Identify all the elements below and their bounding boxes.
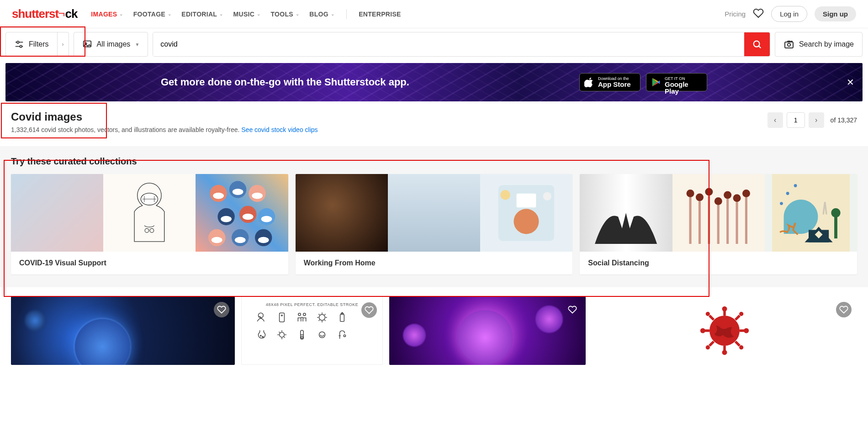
- logo-part2: ck: [65, 7, 77, 21]
- svg-rect-40: [698, 201, 700, 244]
- collection-card-social-distancing[interactable]: Social Distancing: [580, 174, 857, 274]
- svg-line-73: [318, 320, 319, 321]
- svg-point-63: [298, 313, 301, 316]
- svg-line-72: [324, 320, 325, 321]
- svg-point-99: [722, 306, 727, 311]
- icon-grid: [256, 311, 368, 341]
- nav-label: EDITORIAL: [181, 11, 217, 18]
- svg-point-57: [794, 184, 797, 187]
- result-thumbnail[interactable]: [389, 296, 586, 365]
- nav-enterprise[interactable]: ENTERPRISE: [359, 11, 401, 18]
- svg-line-98: [736, 316, 740, 320]
- favorite-button[interactable]: [836, 302, 852, 317]
- svg-point-27: [221, 216, 232, 222]
- results-grid: 48x48 PIXEL PERFECT. EDITABLE STROKE: [0, 287, 868, 374]
- nav-editorial[interactable]: EDITORIAL⌄: [181, 11, 223, 18]
- svg-point-49: [733, 194, 741, 202]
- svg-point-58: [780, 202, 783, 205]
- app-promo-banner: Get more done on-the-go with the Shutter…: [5, 63, 863, 101]
- result-thumbnail[interactable]: 48x48 PIXEL PERFECT. EDITABLE STROKE: [241, 296, 383, 365]
- banner-headline: Get more done on-the-go with the Shutter…: [161, 76, 579, 89]
- nav-footage[interactable]: FOOTAGE⌄: [133, 11, 172, 18]
- curated-collections: Try these curated collections COVID-19 V…: [0, 146, 868, 287]
- svg-line-95: [709, 316, 714, 320]
- svg-point-51: [742, 190, 750, 197]
- logo-glyph: ⌐: [58, 6, 65, 21]
- signup-button[interactable]: Sign up: [815, 6, 856, 21]
- prev-page-button[interactable]: ‹: [767, 112, 783, 128]
- total-pages-label: of 13,327: [831, 116, 857, 124]
- collection-thumb: [765, 174, 857, 252]
- search-submit-button[interactable]: [744, 32, 770, 56]
- collection-label: Social Distancing: [580, 252, 857, 274]
- svg-rect-44: [717, 205, 719, 244]
- collection-card-covid-visual-support[interactable]: COVID-19 Visual Support: [11, 174, 288, 274]
- svg-point-13: [145, 228, 149, 232]
- header: shutterst⌐ck IMAGES⌄FOOTAGE⌄EDITORIAL⌄MU…: [0, 0, 868, 28]
- search-icon: [752, 39, 762, 49]
- collection-thumb: [196, 174, 288, 252]
- result-thumbnail[interactable]: [11, 296, 235, 365]
- svg-point-104: [739, 345, 743, 349]
- page-number-input[interactable]: [787, 112, 805, 128]
- svg-point-78: [280, 332, 285, 338]
- chevron-down-icon: ⌄: [119, 11, 123, 16]
- chevron-down-icon: ⌄: [168, 11, 171, 16]
- chevron-down-icon: ⌄: [219, 11, 223, 16]
- svg-point-26: [252, 193, 263, 199]
- favorite-button[interactable]: [565, 302, 580, 317]
- svg-rect-50: [745, 197, 747, 244]
- svg-line-97: [709, 342, 714, 346]
- svg-line-83: [279, 332, 280, 333]
- nav-blog[interactable]: BLOG⌄: [309, 11, 334, 18]
- nav-label: TOOLS: [270, 11, 293, 18]
- svg-point-37: [543, 192, 551, 200]
- svg-point-6: [754, 41, 760, 47]
- google-play-button[interactable]: GET IT ON Google Play: [646, 73, 707, 91]
- nav-label: MUSIC: [233, 11, 255, 18]
- collection-thumb: [388, 174, 480, 252]
- all-images-dropdown[interactable]: All images ▼: [74, 32, 148, 57]
- search-input[interactable]: [153, 32, 744, 56]
- svg-point-31: [235, 237, 246, 243]
- close-banner-button[interactable]: ✕: [847, 77, 854, 88]
- app-store-button[interactable]: Download on the App Store: [579, 73, 640, 91]
- nav-divider: [346, 9, 347, 19]
- svg-point-55: [831, 208, 840, 217]
- logo[interactable]: shutterst⌐ck: [12, 7, 77, 21]
- nav-label: IMAGES: [91, 11, 117, 18]
- svg-point-14: [150, 228, 154, 232]
- svg-line-84: [284, 337, 285, 338]
- favorite-button[interactable]: [214, 302, 229, 317]
- favorite-button[interactable]: [361, 302, 377, 318]
- heart-icon: [839, 305, 848, 314]
- result-thumbnail[interactable]: [592, 296, 857, 365]
- login-button[interactable]: Log in: [771, 6, 807, 22]
- search-by-image-button[interactable]: Search by image: [775, 32, 863, 57]
- video-clips-link[interactable]: See covid stock video clips: [241, 126, 318, 133]
- next-page-button[interactable]: ›: [809, 112, 824, 128]
- svg-point-89: [344, 335, 345, 337]
- apple-icon: [584, 77, 594, 87]
- collection-thumb: [11, 174, 103, 252]
- sliders-icon: [14, 39, 24, 49]
- pricing-link[interactable]: Pricing: [725, 10, 746, 18]
- svg-point-41: [696, 194, 704, 201]
- svg-point-28: [243, 214, 254, 220]
- nav-tools[interactable]: TOOLS⌄: [270, 11, 299, 18]
- camera-icon: [783, 39, 794, 50]
- favorites-icon[interactable]: [753, 8, 764, 21]
- filters-button[interactable]: Filters ›: [5, 32, 69, 57]
- filters-expand[interactable]: ›: [57, 32, 69, 56]
- nav-music[interactable]: MUSIC⌄: [233, 11, 261, 18]
- svg-rect-46: [726, 199, 729, 244]
- svg-point-36: [501, 190, 510, 200]
- nav-images[interactable]: IMAGES⌄: [91, 11, 123, 18]
- collection-card-wfh[interactable]: Working From Home: [296, 174, 573, 274]
- pagination: ‹ › of 13,327: [767, 112, 857, 128]
- svg-point-105: [706, 345, 710, 349]
- collection-thumb: [103, 174, 196, 252]
- results-title-block: Covid images 1,332,614 covid stock photo…: [11, 111, 318, 133]
- page-title: Covid images: [11, 111, 318, 123]
- nav-label: BLOG: [309, 11, 328, 18]
